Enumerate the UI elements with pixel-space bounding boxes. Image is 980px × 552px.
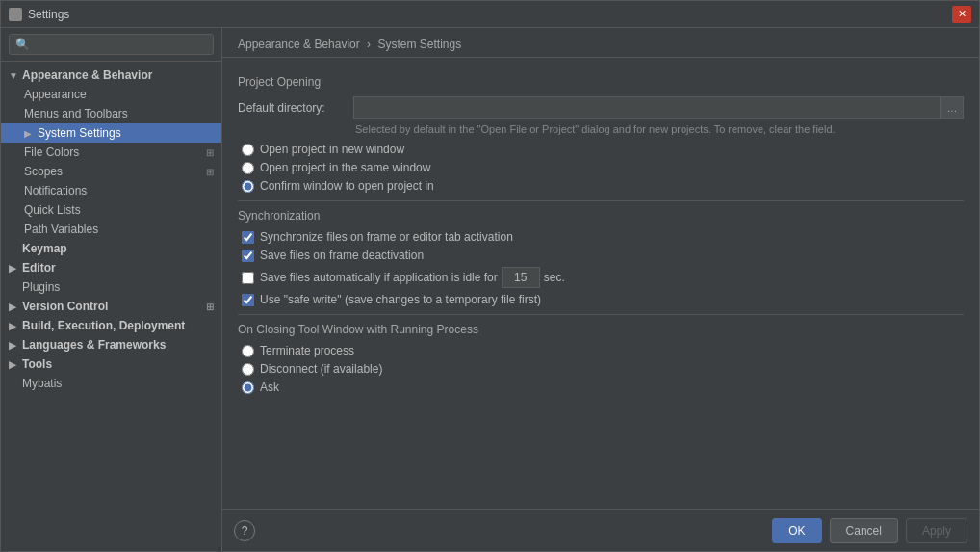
main-content: ▼ Appearance & Behavior Appearance Menus…	[1, 28, 979, 551]
title-bar: Settings ✕	[1, 1, 979, 28]
sync-files-checkbox[interactable]	[242, 231, 254, 244]
apply-button[interactable]: Apply	[906, 518, 967, 543]
help-button[interactable]: ?	[234, 520, 255, 541]
sidebar-item-label: Quick Lists	[24, 203, 81, 217]
expand-arrow: ▶	[9, 359, 20, 370]
sidebar-item-label: File Colors	[24, 145, 79, 159]
default-directory-row: Default directory: …	[238, 96, 964, 119]
radio-new-window-label: Open project in new window	[260, 143, 404, 156]
settings-window: Settings ✕ ▼ Appearance & Behavior Appea…	[0, 0, 980, 552]
save-deactivation-checkbox[interactable]	[242, 250, 254, 262]
sidebar-item-mybatis[interactable]: Mybatis	[1, 374, 221, 393]
sidebar-item-system-settings[interactable]: ▶ System Settings	[1, 123, 221, 143]
search-bar	[1, 28, 221, 62]
idle-unit-label: sec.	[544, 271, 565, 284]
expand-arrow: ▼	[9, 70, 20, 81]
radio-terminate-label: Terminate process	[260, 344, 354, 357]
expand-arrow	[9, 244, 20, 254]
footer-left: ?	[234, 520, 255, 541]
sidebar-item-scopes[interactable]: Scopes ⊞	[1, 162, 221, 181]
sidebar-item-quick-lists[interactable]: Quick Lists	[1, 200, 221, 220]
expand-arrow: ▶	[9, 321, 20, 331]
help-icon: ?	[242, 524, 248, 538]
expand-arrow: ▶	[9, 302, 20, 312]
save-idle-row: Save files automatically if application …	[242, 267, 964, 288]
settings-content: Project Opening Default directory: … Sel…	[222, 58, 979, 509]
breadcrumb-root: Appearance & Behavior	[238, 38, 360, 51]
ok-button[interactable]: OK	[772, 518, 821, 543]
default-directory-input[interactable]	[353, 96, 941, 119]
save-deactivation-row: Save files on frame deactivation	[242, 249, 964, 262]
footer-right: OK Cancel Apply	[772, 518, 967, 543]
radio-new-window-input[interactable]	[242, 144, 254, 156]
file-colors-icon: ⊞	[206, 147, 214, 158]
radio-ask: Ask	[242, 381, 964, 394]
sidebar-item-languages-frameworks[interactable]: ▶ Languages & Frameworks	[1, 335, 221, 355]
radio-new-window: Open project in new window	[242, 143, 964, 156]
sidebar-item-path-variables[interactable]: Path Variables	[1, 220, 221, 239]
sidebar-item-editor[interactable]: ▶ Editor	[1, 258, 221, 277]
footer: ? OK Cancel Apply	[222, 509, 979, 551]
radio-disconnect-label: Disconnect (if available)	[260, 362, 382, 376]
breadcrumb-current: System Settings	[377, 38, 461, 51]
synchronization-label: Synchronization	[238, 209, 964, 223]
sync-files-row: Synchronize files on frame or editor tab…	[242, 230, 964, 244]
sidebar-item-label: Tools	[22, 357, 52, 371]
app-icon	[9, 8, 22, 21]
cancel-button[interactable]: Cancel	[830, 518, 898, 543]
sidebar-item-label: Build, Execution, Deployment	[22, 319, 185, 332]
search-input[interactable]	[15, 38, 207, 51]
sidebar-item-label: Mybatis	[22, 377, 62, 390]
sidebar-item-menus-toolbars[interactable]: Menus and Toolbars	[1, 104, 221, 123]
divider-2	[238, 314, 964, 315]
idle-duration-input[interactable]	[502, 267, 540, 288]
radio-ask-input[interactable]	[242, 381, 254, 394]
radio-same-window: Open project in the same window	[242, 161, 964, 174]
radio-same-window-input[interactable]	[242, 162, 254, 174]
sidebar-item-notifications[interactable]: Notifications	[1, 181, 221, 200]
closing-tool-label: On Closing Tool Window with Running Proc…	[238, 323, 964, 336]
sidebar-item-label: Languages & Frameworks	[22, 338, 166, 352]
safe-write-checkbox[interactable]	[242, 294, 254, 306]
sidebar-item-label: Scopes	[24, 165, 63, 178]
expand-arrow: ▶	[9, 340, 20, 351]
sidebar-item-version-control[interactable]: ▶ Version Control ⊞	[1, 297, 221, 316]
sidebar-item-keymap[interactable]: Keymap	[1, 239, 221, 258]
sidebar-item-label: Path Variables	[24, 223, 98, 236]
sidebar-item-build-execution[interactable]: ▶ Build, Execution, Deployment	[1, 316, 221, 335]
sidebar-item-label: Version Control	[22, 300, 108, 313]
divider-1	[238, 200, 964, 201]
project-opening-label: Project Opening	[238, 75, 964, 89]
right-panel: Appearance & Behavior › System Settings …	[222, 28, 979, 551]
sidebar-item-plugins[interactable]: Plugins	[1, 277, 221, 297]
sidebar: ▼ Appearance & Behavior Appearance Menus…	[1, 28, 222, 551]
sidebar-item-label: Plugins	[22, 280, 60, 294]
sidebar-item-label: Editor	[22, 261, 56, 275]
expand-arrow: ▶	[9, 263, 20, 274]
radio-terminate: Terminate process	[242, 344, 964, 357]
radio-terminate-input[interactable]	[242, 345, 254, 357]
radio-confirm-window-input[interactable]	[242, 180, 254, 193]
breadcrumb-sep: ›	[367, 38, 371, 51]
default-directory-label: Default directory:	[238, 101, 353, 115]
radio-disconnect: Disconnect (if available)	[242, 362, 964, 376]
radio-same-window-label: Open project in the same window	[260, 161, 430, 174]
breadcrumb: Appearance & Behavior › System Settings	[222, 28, 979, 58]
browse-button[interactable]: …	[941, 96, 964, 119]
save-idle-checkbox[interactable]	[242, 272, 254, 284]
sidebar-item-appearance[interactable]: Appearance	[1, 85, 221, 104]
sidebar-item-tools[interactable]: ▶ Tools	[1, 355, 221, 374]
sidebar-item-label: Appearance & Behavior	[22, 68, 152, 82]
sidebar-item-file-colors[interactable]: File Colors ⊞	[1, 143, 221, 162]
radio-disconnect-input[interactable]	[242, 363, 254, 376]
sidebar-item-label: System Settings	[38, 126, 121, 140]
radio-confirm-window-label: Confirm window to open project in	[260, 179, 434, 193]
sidebar-item-label: Menus and Toolbars	[24, 107, 128, 120]
radio-confirm-window: Confirm window to open project in	[242, 179, 964, 193]
close-button[interactable]: ✕	[952, 6, 971, 23]
browse-icon: …	[947, 102, 958, 114]
sidebar-item-label: Notifications	[24, 184, 87, 197]
vc-icon: ⊞	[206, 302, 214, 312]
sidebar-item-appearance-behavior[interactable]: ▼ Appearance & Behavior	[1, 66, 221, 85]
sidebar-tree: ▼ Appearance & Behavior Appearance Menus…	[1, 62, 221, 551]
